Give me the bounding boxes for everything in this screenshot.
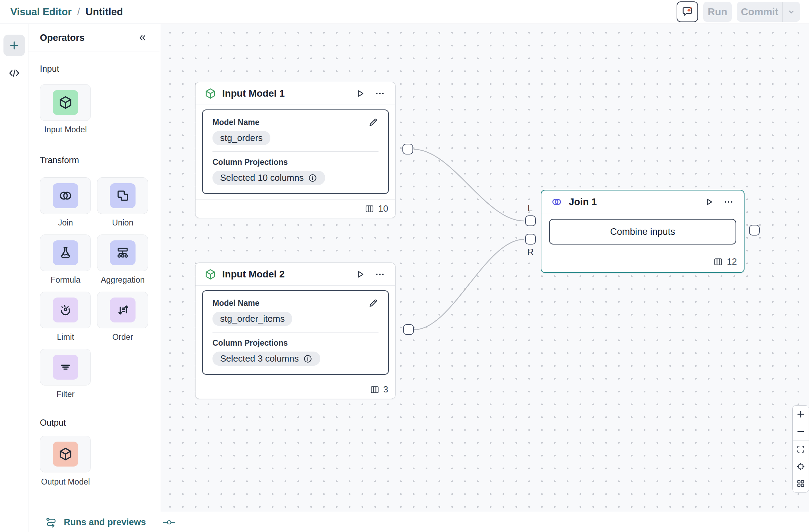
edit-pencil-icon[interactable]: [368, 117, 379, 127]
panel-resize-toggle-icon[interactable]: [162, 517, 176, 527]
info-icon[interactable]: [308, 173, 317, 183]
operator-label: Formula: [38, 275, 93, 285]
model-name-value-pill[interactable]: stg_order_items: [212, 312, 292, 326]
operator-union[interactable]: [97, 177, 148, 214]
node-input-model-1[interactable]: Input Model 1 Model Name: [195, 82, 395, 218]
more-menu-icon[interactable]: [373, 267, 387, 281]
runs-and-previews-label[interactable]: Runs and previews: [64, 517, 146, 527]
operator-aggregation[interactable]: [97, 234, 148, 271]
operators-panel-title: Operators: [40, 33, 85, 43]
operator-output-model[interactable]: [40, 436, 91, 472]
center-target-button[interactable]: [793, 458, 809, 475]
operator-input-model[interactable]: [40, 84, 91, 121]
projections-row: Column Projections: [212, 338, 379, 348]
more-menu-icon[interactable]: [722, 195, 736, 209]
play-icon[interactable]: [702, 195, 716, 209]
operator-filter[interactable]: [40, 349, 91, 385]
breadcrumb-app-link[interactable]: Visual Editor: [10, 6, 72, 18]
model-name-value-pill[interactable]: stg_orders: [212, 131, 270, 145]
node-footer: 10: [195, 199, 395, 218]
column-count: 12: [727, 256, 737, 267]
node-input-model-2[interactable]: Input Model 2 Model Name: [195, 263, 395, 399]
operator-label: Order: [95, 332, 150, 342]
zoom-out-button[interactable]: [793, 423, 809, 441]
projections-value: Selected 10 columns: [220, 172, 304, 183]
cube-icon: [53, 90, 78, 115]
section-label-output: Output: [40, 418, 66, 428]
sort-arrows-icon: [110, 298, 136, 322]
breadcrumb: Visual Editor / Untitled: [10, 6, 123, 18]
node-body: Model Name stg_orders Column Projections: [195, 105, 395, 199]
node-header: Input Model 1: [195, 82, 395, 105]
input-port-join-right[interactable]: [525, 234, 536, 245]
column-count: 3: [383, 384, 388, 395]
cube-icon: [205, 268, 216, 280]
join-circles-icon: [550, 196, 563, 207]
run-button[interactable]: Run: [703, 2, 732, 22]
play-icon[interactable]: [353, 267, 367, 281]
sparkle-chat-icon: [681, 6, 694, 18]
operator-formula[interactable]: [40, 234, 91, 271]
columns-icon: [369, 384, 380, 395]
info-icon[interactable]: [303, 354, 313, 364]
collapse-panel-button[interactable]: [137, 33, 148, 43]
operators-panel: Operators Input Input Model Transform: [28, 24, 160, 512]
field-divider: [212, 151, 379, 152]
operator-label: Join: [38, 218, 93, 228]
commit-button[interactable]: Commit: [737, 6, 782, 18]
plus-icon: [8, 39, 20, 51]
projections-value-pill[interactable]: Selected 3 columns: [212, 352, 320, 366]
operator-order[interactable]: [97, 292, 148, 328]
add-operator-button[interactable]: [3, 35, 25, 56]
columns-icon: [713, 257, 723, 267]
operator-join[interactable]: [40, 177, 91, 214]
join-left-port-label: L: [528, 203, 532, 214]
column-count: 10: [378, 203, 388, 214]
edit-pencil-icon[interactable]: [368, 298, 379, 308]
code-icon: [8, 67, 21, 79]
output-port-input-model-1[interactable]: [402, 144, 413, 154]
filter-lines-icon: [53, 355, 78, 380]
operator-label: Output Model: [38, 477, 93, 487]
output-port-input-model-2[interactable]: [403, 324, 414, 335]
operator-limit[interactable]: [40, 292, 91, 328]
node-header: Input Model 2: [195, 263, 395, 286]
node-body: Combine inputs: [541, 213, 744, 251]
node-title: Input Model 2: [222, 269, 347, 280]
section-divider: [28, 409, 160, 409]
breadcrumb-separator: /: [77, 6, 80, 18]
columns-icon: [364, 204, 375, 214]
node-title: Input Model 1: [222, 88, 347, 99]
model-name-value: stg_order_items: [220, 313, 285, 324]
commit-dropdown-button[interactable]: [783, 7, 800, 16]
combine-inputs-button[interactable]: Combine inputs: [549, 219, 736, 245]
node-body: Model Name stg_order_items Column Projec…: [195, 286, 395, 380]
node-config-card: Model Name stg_orders Column Projections: [202, 109, 389, 194]
minimap-grid-button[interactable]: [793, 475, 809, 492]
flask-icon: [53, 240, 78, 265]
section-label-input: Input: [40, 64, 59, 74]
output-port-join[interactable]: [749, 225, 760, 236]
projections-row: Column Projections: [212, 157, 379, 167]
ai-assistant-button[interactable]: [677, 1, 698, 22]
runs-icon: [45, 516, 58, 528]
operator-label: Filter: [38, 390, 93, 399]
play-icon[interactable]: [353, 87, 367, 100]
model-name-label: Model Name: [212, 298, 259, 308]
cube-icon: [53, 442, 78, 467]
operator-label: Limit: [38, 332, 93, 342]
left-rail: [0, 24, 28, 532]
field-divider: [212, 332, 379, 332]
input-port-join-left[interactable]: [525, 215, 536, 226]
zoom-in-button[interactable]: [793, 406, 809, 423]
model-name-label: Model Name: [212, 117, 259, 127]
model-name-value: stg_orders: [220, 133, 263, 143]
projections-value-pill[interactable]: Selected 10 columns: [212, 171, 325, 185]
node-footer: 12: [541, 251, 744, 272]
runs-and-previews-bar[interactable]: Runs and previews: [28, 512, 809, 532]
more-menu-icon[interactable]: [373, 87, 387, 100]
node-join-1[interactable]: Join 1 Combine inputs 12: [541, 190, 745, 273]
join-circles-icon: [53, 183, 78, 208]
code-view-button[interactable]: [7, 66, 21, 80]
fit-view-button[interactable]: [793, 441, 809, 458]
